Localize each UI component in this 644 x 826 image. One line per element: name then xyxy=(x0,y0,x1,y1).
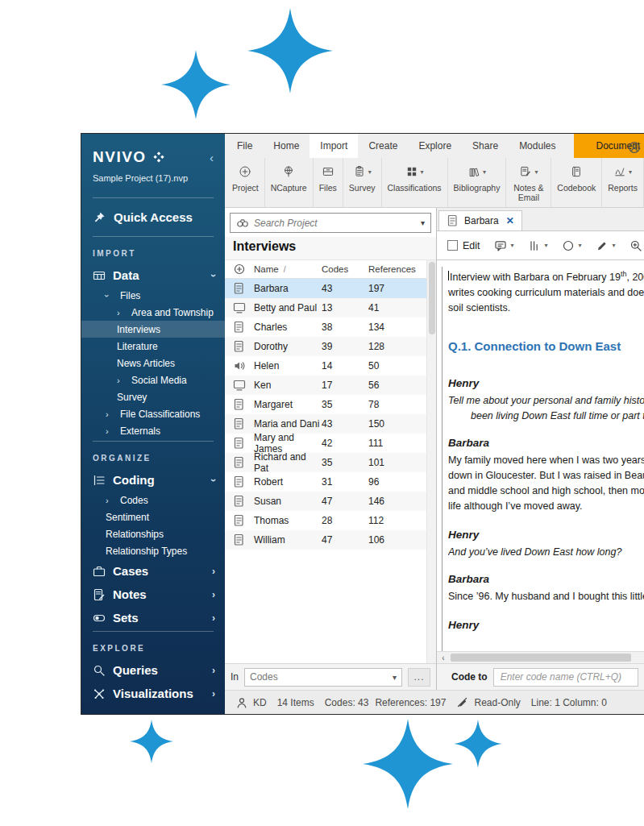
sidebar-section-explore: EXPLORE xyxy=(81,633,225,658)
code-scope-select[interactable]: Codes ▾ xyxy=(244,668,402,687)
sparkle-decoration xyxy=(130,720,173,763)
table-header[interactable]: Name / Codes References xyxy=(225,260,426,279)
ribbon-tab-home[interactable]: Home xyxy=(263,134,310,158)
close-icon[interactable]: ✕ xyxy=(506,215,514,226)
document-hscrollbar[interactable]: ‹ xyxy=(437,651,644,663)
sidebar-item-social-media[interactable]: ›Social Media xyxy=(81,371,225,388)
chevron-right-icon[interactable]: › xyxy=(212,665,215,676)
table-row[interactable]: Maria and Dani43150 xyxy=(225,414,426,434)
sidebar-item-files[interactable]: ›Files xyxy=(81,287,225,304)
scroll-left-icon[interactable]: ‹ xyxy=(438,654,448,662)
sidebar-item-survey[interactable]: Survey xyxy=(81,388,225,405)
sidebar-item-interviews[interactable]: Interviews xyxy=(81,321,225,338)
table-row[interactable]: Margaret3578 xyxy=(225,395,426,414)
table-row[interactable]: Dorothy39128 xyxy=(225,337,426,356)
ribbon-button-codebook[interactable]: Codebook xyxy=(551,158,602,207)
ribbon-tab-explore[interactable]: Explore xyxy=(408,134,462,158)
table-row[interactable]: Thomas28112 xyxy=(225,511,426,530)
document-tab-barbara[interactable]: Barbara ✕ xyxy=(438,210,522,230)
ribbon-button-notes-email[interactable]: ▾Notes & Email xyxy=(506,158,551,207)
edit-checkbox[interactable] xyxy=(447,240,458,251)
search-input[interactable]: Search Project ▾ xyxy=(230,213,431,233)
sidebar-item-codes[interactable]: ›Codes xyxy=(81,492,225,508)
sidebar-item-notes[interactable]: Notes› xyxy=(81,583,225,606)
ribbon-tab-import[interactable]: Import xyxy=(310,134,358,158)
chevron-down-icon: ▾ xyxy=(629,168,632,176)
sidebar-item-sentiment[interactable]: Sentiment xyxy=(81,508,225,525)
annotate-pen-button[interactable]: ▾ xyxy=(596,239,616,252)
user-account-icon[interactable] xyxy=(628,141,641,154)
row-references: 150 xyxy=(368,418,426,430)
sidebar-item-coding[interactable]: Coding› xyxy=(81,468,225,492)
ribbon-button-survey[interactable]: ▾Survey xyxy=(343,158,382,207)
row-references: 56 xyxy=(368,380,426,391)
ribbon-button-project[interactable]: Project xyxy=(226,158,265,207)
ribbon-button-files[interactable]: Files xyxy=(314,158,343,207)
sidebar-item-visualizations[interactable]: Visualizations› xyxy=(81,682,225,705)
sidebar-item-relationships[interactable]: Relationships xyxy=(81,525,225,542)
more-options-button[interactable]: ... xyxy=(408,668,430,687)
sidebar-item-area-and-township[interactable]: ›Area and Township xyxy=(81,304,225,321)
coding-stripes-button[interactable]: ▾ xyxy=(528,239,548,252)
zoom-button[interactable]: ▾ xyxy=(629,239,644,252)
chevron-right-icon[interactable]: › xyxy=(212,688,215,699)
ribbon-button-ncapture[interactable]: NCapture xyxy=(265,158,314,207)
sidebar-item-quick-access[interactable]: Quick Access xyxy=(81,200,225,235)
table-row[interactable]: William47106 xyxy=(225,530,426,550)
chevron-right-icon[interactable]: › xyxy=(212,612,215,624)
document-panel: Barbara ✕ Edit ▾ ▾ ▾ ▾ ▾ Interview xyxy=(437,208,644,690)
ribbon-button-label: Notes & Email xyxy=(512,183,545,202)
table-row[interactable]: Ken1756 xyxy=(225,376,426,395)
sidebar-item-label: Coding xyxy=(113,473,155,487)
table-row[interactable]: Charles38134 xyxy=(225,318,426,337)
table-row[interactable]: Barbara43197 xyxy=(225,279,426,298)
table-row[interactable]: Susan47146 xyxy=(225,492,426,511)
sidebar-item-queries[interactable]: Queries› xyxy=(81,658,225,682)
code-name-input[interactable] xyxy=(493,668,638,687)
ribbon-button-reports[interactable]: ▾Reports xyxy=(602,158,644,207)
table-row[interactable]: Mary and James42111 xyxy=(225,434,426,453)
document-content[interactable]: Interview with Barbara on February 19th,… xyxy=(437,260,644,651)
table-row[interactable]: Richard and Pat35101 xyxy=(225,453,426,472)
chevron-right-icon[interactable]: › xyxy=(117,376,124,385)
sidebar-item-relationship-types[interactable]: Relationship Types xyxy=(81,542,225,559)
row-name: Barbara xyxy=(254,283,322,294)
chevron-down-icon[interactable]: › xyxy=(212,475,215,486)
ribbon-tab-share[interactable]: Share xyxy=(462,134,509,158)
ribbon-tab-create[interactable]: Create xyxy=(358,134,408,158)
sidebar-item-sets[interactable]: Sets› xyxy=(81,606,225,629)
code-scope-bar: In Codes ▾ ... xyxy=(225,663,436,690)
sidebar-item-externals[interactable]: ›Externals xyxy=(81,422,225,439)
highlight-button[interactable]: ▾ xyxy=(562,239,582,252)
chevron-right-icon[interactable]: › xyxy=(212,566,215,577)
ribbon-button-bibliography[interactable]: ▾Bibliography xyxy=(448,158,507,207)
table-row[interactable]: Betty and Paul1341 xyxy=(225,298,426,318)
chevron-right-icon[interactable]: › xyxy=(212,589,215,600)
table-row[interactable]: Helen1450 xyxy=(225,356,426,376)
column-codes[interactable]: Codes xyxy=(322,264,368,274)
chevron-down-icon[interactable]: › xyxy=(106,291,113,301)
sidebar-item-file-classifications[interactable]: ›File Classifications xyxy=(81,405,225,422)
chevron-right-icon[interactable]: › xyxy=(106,426,113,436)
sidebar-item-cases[interactable]: Cases› xyxy=(81,559,225,583)
chevron-right-icon[interactable]: › xyxy=(106,409,113,419)
sidebar-item-data[interactable]: Data› xyxy=(81,264,225,287)
sidebar-collapse-icon[interactable]: ‹ xyxy=(210,151,214,164)
ribbon-button-classifications[interactable]: ▾Classifications xyxy=(382,158,448,207)
ribbon-tab-modules[interactable]: Modules xyxy=(509,134,566,158)
ribbon-tab-file[interactable]: File xyxy=(226,134,263,158)
sidebar-item-news-articles[interactable]: News Articles xyxy=(81,355,225,371)
chevron-right-icon[interactable]: › xyxy=(106,496,113,505)
sidebar-item-literature[interactable]: Literature xyxy=(81,338,225,355)
ribbon-button-label: Project xyxy=(232,183,259,193)
table-row[interactable]: Robert3196 xyxy=(225,472,426,492)
chevron-down-icon[interactable]: › xyxy=(212,270,215,281)
column-name[interactable]: Name xyxy=(254,264,279,274)
annotations-button[interactable]: ▾ xyxy=(494,239,514,252)
chevron-right-icon[interactable]: › xyxy=(117,308,124,318)
document-file-icon xyxy=(225,282,254,295)
list-scrollbar[interactable] xyxy=(426,260,436,663)
edit-toggle[interactable]: Edit xyxy=(447,240,480,251)
chevron-down-icon[interactable]: ▾ xyxy=(421,218,425,227)
column-references[interactable]: References xyxy=(368,264,426,274)
